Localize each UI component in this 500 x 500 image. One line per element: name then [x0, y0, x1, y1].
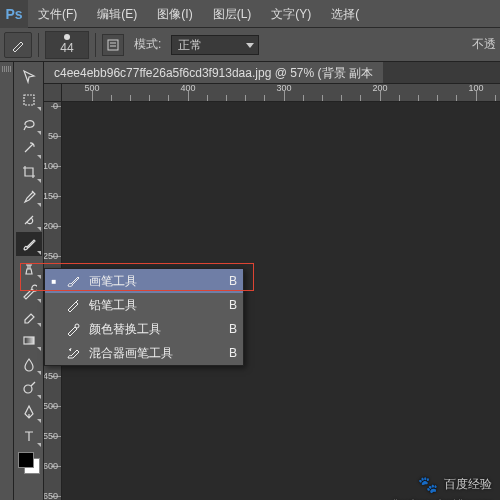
pencil-icon: [65, 298, 81, 312]
svg-point-4: [75, 324, 79, 328]
flyout-label: 画笔工具: [89, 273, 221, 290]
options-bar: 44 模式: 正常 不透: [0, 28, 500, 62]
ruler-corner: [44, 84, 62, 102]
svg-rect-0: [108, 40, 118, 50]
tool-move[interactable]: [16, 64, 42, 88]
flyout-label: 混合器画笔工具: [89, 345, 221, 362]
svg-rect-1: [24, 95, 34, 105]
blend-mode-value: 正常: [178, 38, 202, 52]
color-swatches[interactable]: [16, 450, 42, 476]
brush-icon: [65, 274, 81, 288]
tool-clone[interactable]: [16, 256, 42, 280]
brush-size-value: 44: [60, 41, 73, 55]
foreground-color[interactable]: [18, 452, 34, 468]
document-tabs: c4ee4ebb96c77ffe26a5f6cd3f913daa.jpg @ 5…: [44, 62, 500, 84]
flyout-label: 颜色替换工具: [89, 321, 221, 338]
opacity-label: 不透: [468, 36, 500, 53]
blend-mode-select[interactable]: 正常: [171, 35, 259, 55]
svg-point-3: [24, 385, 32, 393]
tool-type[interactable]: [16, 424, 42, 448]
panel-grip[interactable]: [0, 62, 14, 500]
tool-eraser[interactable]: [16, 304, 42, 328]
menu-bar: Ps 文件(F) 编辑(E) 图像(I) 图层(L) 文字(Y) 选择(: [0, 0, 500, 28]
tool-wand[interactable]: [16, 136, 42, 160]
tool-history-brush[interactable]: [16, 280, 42, 304]
tool-spot-heal[interactable]: [16, 208, 42, 232]
menu-layer[interactable]: 图层(L): [203, 0, 262, 28]
tools-panel: [14, 62, 44, 500]
tool-pen[interactable]: [16, 400, 42, 424]
menu-type[interactable]: 文字(Y): [261, 0, 321, 28]
flyout-key: B: [229, 322, 237, 336]
flyout-label: 铅笔工具: [89, 297, 221, 314]
watermark: 🐾 百度经验: [418, 475, 492, 494]
ruler-horizontal: 500400300200100: [62, 84, 500, 102]
flyout-key: B: [229, 298, 237, 312]
brush-tool-flyout: ■ 画笔工具 B 铅笔工具 B 颜色替换工具 B 混合器画笔工具 B: [44, 268, 244, 366]
mode-label: 模式:: [130, 36, 165, 53]
tool-gradient[interactable]: [16, 328, 42, 352]
flyout-pencil[interactable]: 铅笔工具 B: [45, 293, 243, 317]
paw-icon: 🐾: [418, 475, 438, 494]
tool-crop[interactable]: [16, 160, 42, 184]
tool-lasso[interactable]: [16, 112, 42, 136]
menu-edit[interactable]: 编辑(E): [87, 0, 147, 28]
flyout-selected-dot: ■: [51, 277, 57, 286]
watermark-text: 百度经验: [444, 476, 492, 493]
brush-preset-picker[interactable]: 44: [45, 31, 89, 59]
menu-select[interactable]: 选择(: [321, 0, 369, 28]
tool-eyedropper[interactable]: [16, 184, 42, 208]
menu-image[interactable]: 图像(I): [147, 0, 202, 28]
menu-file[interactable]: 文件(F): [28, 0, 87, 28]
flyout-mixer-brush[interactable]: 混合器画笔工具 B: [45, 341, 243, 365]
tool-preset-picker[interactable]: [4, 32, 32, 58]
tool-blur[interactable]: [16, 352, 42, 376]
flyout-brush[interactable]: ■ 画笔工具 B: [45, 269, 243, 293]
flyout-color-replace[interactable]: 颜色替换工具 B: [45, 317, 243, 341]
tool-dodge[interactable]: [16, 376, 42, 400]
tool-brush[interactable]: [16, 232, 42, 256]
document-tab[interactable]: c4ee4ebb96c77ffe26a5f6cd3f913daa.jpg @ 5…: [44, 62, 383, 83]
app-logo: Ps: [0, 0, 28, 28]
tool-marquee[interactable]: [16, 88, 42, 112]
flyout-key: B: [229, 274, 237, 288]
svg-rect-2: [24, 337, 34, 344]
flyout-key: B: [229, 346, 237, 360]
replace-icon: [65, 322, 81, 336]
brush-panel-icon[interactable]: [102, 34, 124, 56]
mixer-icon: [65, 346, 81, 360]
